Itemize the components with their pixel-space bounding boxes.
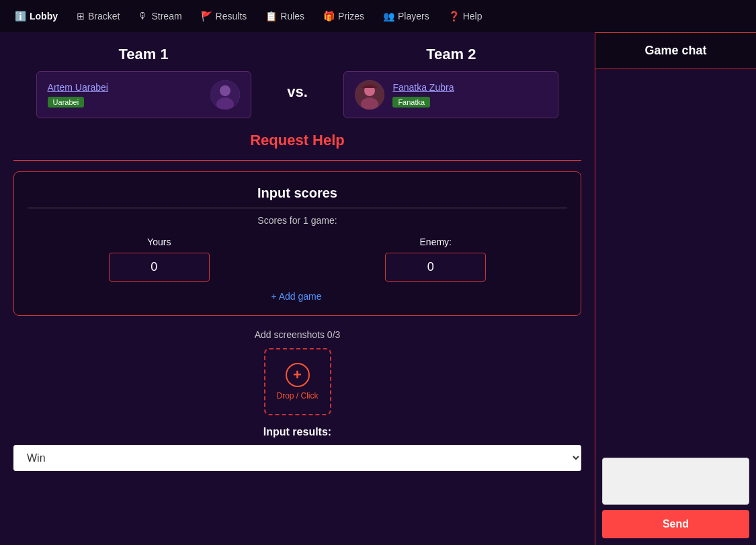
chat-messages	[595, 69, 756, 451]
screenshots-label: Add screenshots 0/3	[13, 329, 581, 340]
nav-label-results: Results	[216, 11, 247, 22]
results-label: Input results:	[13, 426, 581, 438]
enemy-group: Enemy:	[385, 237, 486, 282]
scores-inputs: Yours Enemy:	[28, 237, 567, 282]
team1-player-tag: Uarabei	[48, 97, 85, 108]
nav-label-stream: Stream	[151, 11, 181, 22]
enemy-input[interactable]	[385, 253, 486, 282]
yours-group: Yours	[109, 237, 210, 282]
nav-item-players[interactable]: 👥 Players	[375, 5, 437, 27]
rules-icon: 📋	[265, 11, 277, 22]
team1-label: Team 1	[119, 46, 169, 63]
results-select[interactable]: Win Lose Draw	[13, 445, 581, 471]
yours-label: Yours	[147, 237, 171, 247]
team2-card: Fanatka Zubra Fanatka	[343, 71, 558, 118]
nav-item-results[interactable]: 🚩 Results	[193, 5, 255, 27]
chat-sidebar: Game chat Send	[595, 32, 756, 545]
nav-item-lobby[interactable]: ℹ️ Lobby	[7, 5, 66, 27]
chat-input-area: Send	[595, 451, 756, 545]
team1-avatar	[210, 80, 240, 110]
nav-label-players: Players	[398, 11, 429, 22]
main-content: Team 1 Artem Uarabei Uarabei	[0, 32, 595, 545]
nav-item-stream[interactable]: 🎙 Stream	[130, 5, 190, 27]
microphone-icon: 🎙	[138, 11, 148, 22]
add-game-icon: +	[271, 291, 276, 302]
gift-icon: 🎁	[323, 11, 335, 22]
nav-item-bracket[interactable]: ⊞ Bracket	[69, 5, 128, 27]
nav-label-lobby: Lobby	[30, 11, 58, 22]
team2-player-tag: Fanatka	[392, 97, 430, 108]
chat-textarea[interactable]	[602, 458, 749, 505]
navigation: ℹ️ Lobby ⊞ Bracket 🎙 Stream 🚩 Results 📋 …	[0, 0, 756, 32]
people-icon: 👥	[383, 11, 394, 22]
add-game-label: Add game	[279, 291, 322, 302]
drop-text: Drop / Click	[276, 391, 318, 401]
add-circle-icon: +	[286, 363, 310, 387]
nav-label-help: Help	[463, 11, 482, 22]
nav-item-help[interactable]: ❓ Help	[440, 5, 491, 27]
team2-player-name[interactable]: Fanatka Zubra	[392, 82, 547, 93]
nav-label-prizes: Prizes	[338, 11, 364, 22]
team2-section: Team 2 Fanatka Zubra	[321, 46, 581, 118]
yours-input[interactable]	[109, 253, 210, 282]
drop-zone[interactable]: + Drop / Click	[264, 348, 331, 415]
request-help-button[interactable]: Request Help	[13, 132, 581, 161]
team2-avatar	[355, 80, 384, 110]
nav-item-prizes[interactable]: 🎁 Prizes	[315, 5, 372, 27]
scores-card: Input scores Scores for 1 game: Yours En…	[13, 171, 581, 316]
nav-label-rules: Rules	[280, 11, 304, 22]
info-icon: ℹ️	[15, 11, 26, 22]
team1-player-name[interactable]: Artem Uarabei	[48, 82, 202, 93]
vs-label: vs.	[274, 83, 321, 101]
team1-avatar-img	[210, 80, 240, 110]
team1-section: Team 1 Artem Uarabei Uarabei	[13, 46, 274, 118]
scores-subtitle: Scores for 1 game:	[28, 215, 567, 226]
send-button[interactable]: Send	[602, 510, 749, 538]
bracket-icon: ⊞	[77, 11, 85, 22]
flag-icon: 🚩	[201, 11, 212, 22]
nav-item-rules[interactable]: 📋 Rules	[257, 5, 312, 27]
nav-label-bracket: Bracket	[88, 11, 120, 22]
svg-point-1	[220, 85, 230, 96]
team2-avatar-img	[355, 80, 384, 110]
scores-title: Input scores	[28, 185, 567, 208]
question-icon: ❓	[448, 11, 460, 22]
screenshots-section: Add screenshots 0/3 + Drop / Click	[13, 329, 581, 415]
chat-title: Game chat	[595, 33, 756, 69]
team2-label: Team 2	[426, 46, 476, 63]
main-layout: Team 1 Artem Uarabei Uarabei	[0, 32, 756, 545]
results-section: Input results: Win Lose Draw	[13, 426, 581, 471]
add-game-button[interactable]: +Add game	[28, 291, 567, 302]
team1-card: Artem Uarabei Uarabei	[36, 71, 251, 118]
enemy-label: Enemy:	[420, 237, 452, 247]
teams-row: Team 1 Artem Uarabei Uarabei	[13, 46, 581, 118]
